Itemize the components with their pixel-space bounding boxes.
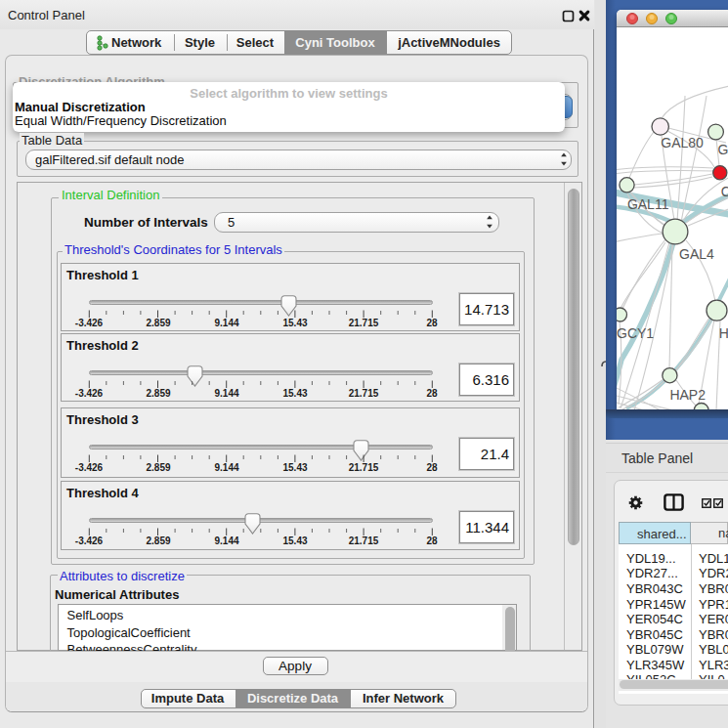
svg-text:GCY1: GCY1 [617,325,654,341]
svg-text:CY: CY [721,184,728,199]
svg-text:HS: HS [719,325,728,341]
svg-text:GAL11: GAL11 [627,196,669,212]
svg-text:GAL80: GAL80 [661,135,704,150]
svg-text:GAL: GAL [717,142,728,157]
svg-text:HAP2: HAP2 [669,387,706,403]
svg-text:GAL4: GAL4 [679,246,714,262]
